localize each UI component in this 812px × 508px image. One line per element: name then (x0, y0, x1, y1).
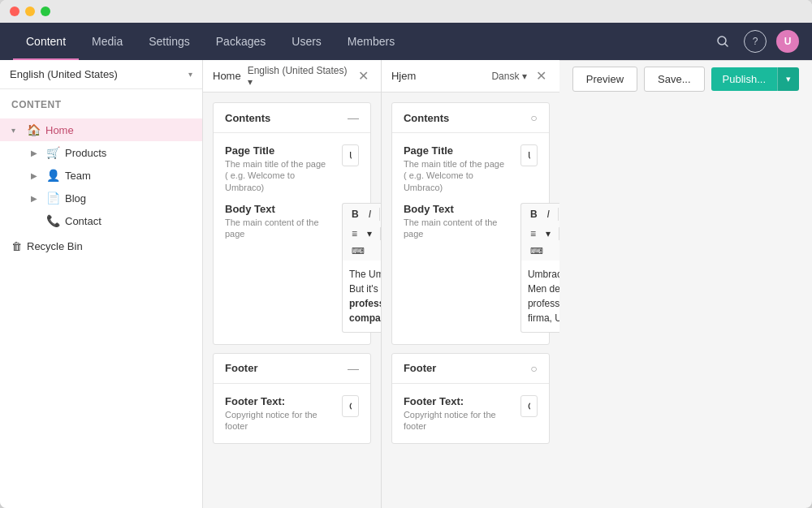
nav-item-media[interactable]: Media (79, 23, 136, 60)
left-footer-toggle[interactable]: — (348, 362, 359, 375)
sidebar-item-label: Recycle Bin (27, 240, 83, 252)
recycle-bin-icon: 🗑 (11, 240, 22, 252)
maximize-dot[interactable] (41, 6, 50, 16)
sidebar-item-products[interactable]: ▶ 🛒 Products (0, 141, 202, 164)
left-panel-language[interactable]: English (United States) ▾ (248, 65, 349, 88)
contact-icon: 📞 (45, 214, 60, 227)
sidebar-item-label: Contact (65, 215, 102, 227)
minimize-dot[interactable] (25, 6, 35, 16)
expand-arrow-icon: ▾ (11, 126, 21, 135)
nav-item-members[interactable]: Members (335, 23, 408, 60)
rte-ul-button[interactable]: ≡ (526, 226, 540, 241)
language-label: English (United States) (10, 68, 184, 80)
right-contents-section: Contents ○ Page Title The main title of … (391, 102, 550, 345)
nav-items: Content Media Settings Packages Users Me… (13, 23, 711, 60)
publish-split-button: Publish... ▾ (711, 67, 799, 91)
right-contents-toggle[interactable]: ○ (530, 111, 537, 124)
sidebar-item-contact[interactable]: 📞 Contact (0, 209, 202, 232)
right-page-title-input[interactable] (520, 144, 538, 166)
close-dot[interactable] (10, 6, 19, 16)
rte-source-button[interactable]: ⌨ (348, 244, 369, 258)
titlebar (0, 0, 812, 23)
left-rte-body[interactable]: The Umbraco core is open source. Yes. Bu… (342, 260, 381, 333)
right-panel-close-button[interactable]: ✕ (533, 68, 550, 84)
rte-ul-arrow-button[interactable]: ▾ (363, 226, 376, 241)
sidebar-item-blog[interactable]: ▶ 📄 Blog (0, 187, 202, 209)
rte-separator (559, 227, 559, 240)
left-body-text-desc: The main content of the page (225, 217, 330, 240)
right-panel-language[interactable]: Dansk ▾ (491, 71, 526, 82)
right-body-text-field: Body Text The main content of the page B… (404, 203, 538, 333)
rte-italic-button[interactable]: I (365, 207, 375, 222)
home-icon: 🏠 (26, 123, 41, 136)
sidebar-item-recycle-bin[interactable]: 🗑 Recycle Bin (0, 235, 202, 257)
nav-item-users[interactable]: Users (279, 23, 335, 60)
left-rte-toolbar-row2: ≡ ▾ ≡ ▾ ⇥ ⇤ (342, 225, 381, 243)
right-panel-tabbar: Hjem Dansk ▾ ✕ (382, 60, 559, 93)
sidebar-item-label: Blog (65, 192, 86, 204)
rte-italic-button[interactable]: I (543, 207, 554, 222)
right-footer-toggle[interactable]: ○ (530, 362, 537, 375)
preview-button[interactable]: Preview (572, 67, 637, 92)
left-rte-toolbar: B I Formats ▾ ≡ ≡ ≡ (342, 203, 381, 225)
right-panel: Hjem Dansk ▾ ✕ Contents ○ (381, 60, 559, 508)
right-rte-container: B I Formats ▾ ≡ ≡ ≡ (520, 203, 559, 333)
right-body-text-label: Body Text (404, 203, 509, 215)
rte-bold-button[interactable]: B (348, 207, 363, 222)
right-footer-text-input[interactable] (520, 395, 538, 417)
right-page-title-field: Page Title The main title of the page ( … (404, 144, 538, 193)
left-footer-text-label: Footer Text: (225, 395, 330, 407)
left-page-title-input[interactable] (342, 144, 359, 166)
panels-container: Home English (United States) ▾ ✕ Content… (203, 60, 559, 508)
sidebar-item-label: Home (45, 124, 74, 136)
right-body-text-desc: The main content of the page (404, 217, 509, 240)
sidebar-item-team[interactable]: ▶ 👤 Team (0, 164, 202, 187)
expand-arrow-icon: ▶ (31, 194, 41, 203)
main-area: English (United States) ▾ Content ▾ 🏠 Ho… (0, 60, 812, 508)
left-contents-body: Page Title The main title of the page ( … (214, 133, 370, 344)
left-footer-text-desc: Copyright notice for the footer (225, 409, 330, 433)
right-rte-toolbar-row2: ≡ ▾ ≡ ▾ ⇥ ⇤ (520, 225, 559, 243)
sidebar: English (United States) ▾ Content ▾ 🏠 Ho… (0, 60, 203, 508)
chevron-down-icon: ▾ (248, 76, 253, 88)
team-icon: 👤 (45, 169, 60, 182)
language-selector[interactable]: English (United States) ▾ (0, 60, 202, 89)
help-icon[interactable]: ? (744, 30, 767, 53)
left-body-text-label: Body Text (225, 203, 330, 215)
right-footer-section: Footer ○ Footer Text: Copyright notice f… (391, 353, 550, 445)
avatar[interactable]: U (776, 30, 799, 53)
sidebar-item-label: Products (65, 147, 106, 159)
right-page-title-desc: The main title of the page ( e.g. Welcom… (404, 158, 509, 193)
left-page-title-desc: The main title of the page ( e.g. Welcom… (225, 158, 330, 193)
nav-item-packages[interactable]: Packages (203, 23, 279, 60)
search-icon[interactable] (711, 30, 734, 53)
nav-item-settings[interactable]: Settings (136, 23, 203, 60)
content-tree: ▾ 🏠 Home ▶ 🛒 Products ▶ 👤 Team (0, 115, 202, 508)
left-panel-close-button[interactable]: ✕ (356, 68, 371, 84)
left-panel: Home English (United States) ▾ ✕ Content… (203, 60, 381, 508)
left-panel-tabbar: Home English (United States) ▾ ✕ (203, 60, 381, 93)
left-contents-toggle[interactable]: — (348, 111, 359, 124)
publish-button[interactable]: Publish... (711, 67, 777, 91)
right-panel-title: Hjem (391, 70, 486, 82)
left-contents-title: Contents (225, 112, 270, 124)
right-footer-title: Footer (404, 362, 436, 374)
right-rte-body[interactable]: Umbracos Kerne er open source. Ja. Men d… (520, 260, 559, 333)
right-contents-title: Contents (404, 112, 449, 124)
publish-dropdown-button[interactable]: ▾ (777, 67, 799, 91)
rte-bold-button[interactable]: B (526, 207, 542, 222)
left-footer-text-input[interactable] (342, 395, 359, 417)
rte-ul-arrow-button[interactable]: ▾ (542, 226, 555, 241)
rte-ul-button[interactable]: ≡ (348, 226, 361, 241)
blog-icon: 📄 (45, 192, 60, 204)
left-body-text-field: Body Text The main content of the page B… (225, 203, 359, 333)
right-panel-body: Contents ○ Page Title The main title of … (382, 93, 559, 508)
rte-source-button[interactable]: ⌨ (526, 244, 547, 258)
left-footer-section: Footer — Footer Text: Copyright notice f… (213, 353, 371, 445)
right-footer-text-field: Footer Text: Copyright notice for the fo… (404, 395, 538, 433)
sidebar-item-home[interactable]: ▾ 🏠 Home (0, 118, 202, 141)
left-footer-title: Footer (225, 362, 257, 374)
save-button[interactable]: Save... (644, 67, 704, 92)
rte-separator (558, 208, 559, 221)
nav-item-content[interactable]: Content (13, 23, 79, 60)
